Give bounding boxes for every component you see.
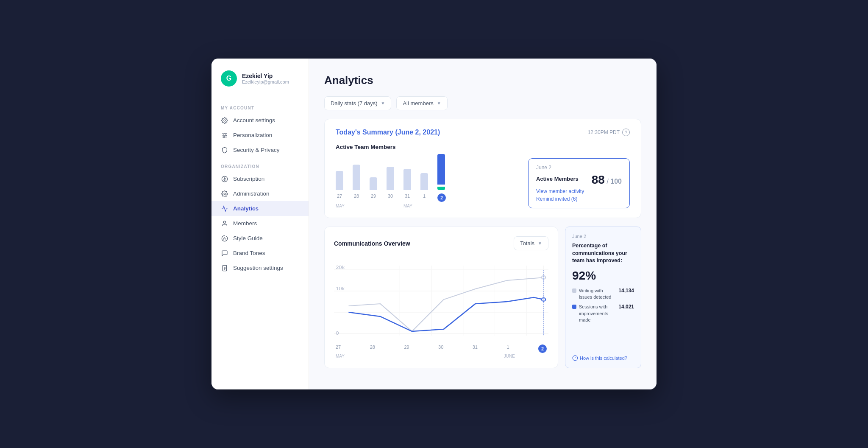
sliders-icon (221, 132, 228, 139)
month-label (387, 204, 394, 208)
my-account-group: MY ACCOUNT Account settings Personalizat… (211, 106, 309, 157)
x-label: 1 (420, 193, 428, 202)
sidebar-item-security-privacy[interactable]: Security & Privacy (211, 143, 309, 157)
sidebar-item-label: Security & Privacy (233, 147, 280, 153)
period-label: Daily stats (7 days) (331, 100, 378, 106)
month-label: MAY (403, 204, 411, 208)
sidebar-item-personalization[interactable]: Personalization (211, 128, 309, 143)
remind-invited-link[interactable]: Remind invited (6) (536, 196, 622, 202)
sidebar-item-label: Style Guide (233, 235, 263, 241)
comm-detail-date: June 2 (572, 234, 634, 239)
active-members-row: 27 28 29 30 31 1 2 MAY MAY (336, 156, 630, 208)
svg-point-5 (225, 134, 226, 136)
filter-row: Daily stats (7 days) ▼ All members ▼ (324, 96, 641, 110)
gear-icon (221, 117, 228, 124)
user-profile: G Ezekiel Yip Ezeikieyip@gmail.com (211, 70, 309, 97)
shield-icon (221, 146, 228, 154)
sidebar-item-style-guide[interactable]: Style Guide (211, 231, 309, 246)
summary-time: 12:30PM PDT ? (588, 129, 630, 136)
x-label: 28 (353, 193, 360, 202)
app-container: G Ezekiel Yip Ezeikieyip@gmail.com MY AC… (211, 59, 657, 389)
comm-detail-heading: Percentage of communications your team h… (572, 242, 634, 265)
totals-label: Totals (520, 240, 534, 246)
admin-gear-icon (221, 190, 228, 197)
comm-title: Communications Overview (334, 240, 410, 247)
svg-point-11 (224, 238, 225, 238)
month-label (370, 204, 377, 208)
totals-dropdown[interactable]: Totals ▼ (514, 236, 548, 250)
organization-group: ORGANIZATION Subscription Administration… (211, 164, 309, 275)
my-account-label: MY ACCOUNT (211, 106, 309, 110)
month-label: MAY (336, 204, 343, 208)
svg-point-6 (223, 136, 225, 137)
stat-dot-blue (572, 305, 576, 309)
svg-point-12 (225, 238, 226, 239)
sidebar-item-members[interactable]: Members (211, 216, 309, 231)
stat-val-1: 14,134 (618, 288, 634, 294)
chevron-down-icon: ▼ (538, 241, 542, 246)
bar-col (437, 154, 445, 190)
x-label: 31 (473, 344, 478, 353)
sidebar-item-suggestion-settings[interactable]: Suggestion settings (211, 260, 309, 275)
user-email: Ezeikieyip@gmail.com (242, 79, 289, 84)
active-members-title: Active Team Members (336, 144, 630, 150)
svg-point-9 (223, 221, 225, 223)
sidebar-item-administration[interactable]: Administration (211, 186, 309, 201)
period-dropdown[interactable]: Daily stats (7 days) ▼ (324, 96, 391, 110)
bar (403, 169, 411, 190)
summary-title: Today's Summary (June 2, 2021) (336, 129, 440, 136)
organization-label: ORGANIZATION (211, 164, 309, 169)
sidebar-item-account-settings[interactable]: Account settings (211, 113, 309, 128)
bar-col (387, 167, 394, 190)
chevron-down-icon: ▼ (437, 101, 441, 106)
members-detail-card: June 2 Active Members 88 / 100 View memb… (528, 158, 630, 208)
summary-card: Today's Summary (June 2, 2021) 12:30PM P… (324, 119, 641, 218)
svg-point-7 (222, 176, 227, 182)
bar-active (437, 154, 445, 185)
sidebar-item-label: Analytics (233, 205, 259, 212)
sidebar-item-label: Subscription (233, 176, 264, 182)
help-icon[interactable]: ? (622, 129, 630, 136)
sidebar-item-label: Account settings (233, 117, 275, 123)
x-label: 29 (404, 344, 409, 353)
active-count: 88 / 100 (592, 173, 622, 187)
sidebar-item-brand-tones[interactable]: Brand Tones (211, 246, 309, 260)
detail-label: Active Members (536, 176, 579, 182)
view-member-activity-link[interactable]: View member activity (536, 188, 622, 194)
bar-col (370, 177, 377, 190)
svg-point-4 (223, 133, 224, 134)
sidebar-item-label: Members (233, 220, 257, 227)
month-label: MAY (336, 354, 345, 358)
svg-point-0 (224, 120, 225, 121)
user-name: Ezekiel Yip (242, 73, 289, 79)
avatar: G (221, 70, 237, 87)
x-label-active: 2 (437, 193, 445, 202)
members-dropdown[interactable]: All members ▼ (396, 96, 447, 110)
bar-col (403, 169, 411, 190)
members-label: All members (403, 100, 433, 106)
stat-dot-grey (572, 288, 576, 293)
main-content: Analytics Daily stats (7 days) ▼ All mem… (309, 59, 657, 389)
sidebar-item-subscription[interactable]: Subscription (211, 171, 309, 186)
communications-overview-card: Communications Overview Totals ▼ (324, 227, 558, 368)
chart-x-labels: 27 28 29 30 31 1 2 (334, 344, 548, 353)
sidebar-item-analytics[interactable]: Analytics (211, 201, 309, 216)
stat-label-2: Sessions with improvements made (572, 304, 616, 323)
page-title: Analytics (324, 74, 641, 87)
x-label: 31 (403, 193, 411, 202)
x-label: 27 (336, 344, 341, 353)
svg-text:0: 0 (336, 330, 339, 336)
doc-icon (221, 264, 228, 272)
bar-col (420, 173, 428, 190)
month-label (437, 204, 445, 208)
svg-rect-13 (223, 265, 226, 271)
how-calculated-link[interactable]: How is this calculated? (572, 355, 634, 361)
month-label (420, 204, 428, 208)
person-icon (221, 220, 228, 227)
x-label: 30 (438, 344, 443, 353)
stat-label-1: Writing with issues detected (572, 288, 616, 301)
month-label (353, 204, 360, 208)
x-label-active: 2 (538, 344, 547, 353)
bar-col (336, 171, 343, 190)
comm-percent: 92% (572, 269, 634, 283)
